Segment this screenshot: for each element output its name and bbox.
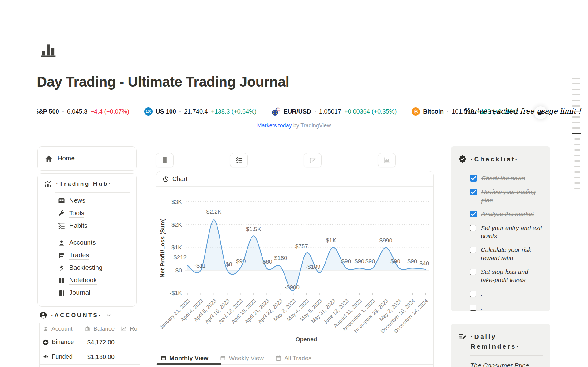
toolbar-button-area-chart[interactable] bbox=[378, 153, 396, 167]
attribution-text: by TradingView bbox=[292, 122, 331, 129]
markets-today-link[interactable]: Markets today bbox=[257, 122, 292, 129]
sidebar-item-notebook[interactable]: Notebook bbox=[58, 276, 130, 285]
data-label: $990 bbox=[379, 237, 392, 244]
account-cell[interactable]: Binance bbox=[40, 335, 77, 350]
daily-reminders-header: ·Daily Reminders· bbox=[458, 332, 543, 351]
account-name-link[interactable]: Funded bbox=[52, 353, 73, 361]
outline-dash[interactable] bbox=[572, 116, 580, 118]
accounts-section-header[interactable]: ·ACCOUNTS· bbox=[39, 311, 111, 319]
roi-column-header[interactable]: Roi bbox=[118, 323, 139, 335]
checkbox-unchecked[interactable] bbox=[470, 225, 476, 231]
checkbox-checked[interactable] bbox=[470, 211, 477, 217]
ticker-change: +138.3 (+0.64%) bbox=[211, 108, 257, 115]
outline-dash[interactable] bbox=[572, 127, 580, 129]
checkbox-checked[interactable] bbox=[470, 175, 477, 182]
calendar-icon bbox=[220, 355, 226, 361]
data-label: $1.5K bbox=[246, 226, 261, 232]
seal-check-icon bbox=[458, 155, 467, 163]
checklist-item-label: . bbox=[481, 290, 483, 298]
hub-group: NewsToolsHabits bbox=[58, 197, 130, 230]
ticker-value: 21,740.4 bbox=[184, 108, 208, 115]
toolbar-button-compose[interactable] bbox=[304, 153, 322, 167]
checkbox-unchecked[interactable] bbox=[470, 291, 476, 297]
sidebar-item-trades[interactable]: Trades bbox=[58, 251, 130, 260]
checklist-item: Set stop-loss and take-profit levels bbox=[470, 268, 543, 284]
checkbox-unchecked[interactable] bbox=[470, 247, 476, 253]
outline-dash[interactable] bbox=[572, 78, 580, 79]
outline-dash[interactable] bbox=[572, 94, 580, 95]
column-label: Roi bbox=[130, 325, 139, 332]
accounts-table: AccountBalanceRoiBinance$4,172.00Funded$… bbox=[39, 323, 140, 367]
outline-dash[interactable] bbox=[574, 188, 580, 189]
profit-loss-chart: $3K$2K$1K$0-$1KJanuary 31, 2023April 4, … bbox=[156, 187, 434, 358]
daily-reminders-title: ·Daily Reminders· bbox=[471, 332, 543, 351]
outline-dash[interactable] bbox=[574, 160, 580, 162]
outline-dash[interactable] bbox=[572, 122, 580, 123]
data-label: $90 bbox=[355, 258, 364, 264]
account-name-link[interactable]: Binance bbox=[52, 339, 74, 346]
tab-monthly-view[interactable]: Monthly View bbox=[160, 355, 208, 362]
sidebar-item-backtesting[interactable]: Backtesting bbox=[58, 264, 130, 272]
outline-dash[interactable] bbox=[572, 89, 580, 90]
checklist-item: Calculate your risk-reward ratio bbox=[470, 246, 543, 262]
account-cell[interactable]: Funded bbox=[40, 350, 77, 364]
roi-icon bbox=[121, 326, 127, 332]
bitcoin-icon: ₿ bbox=[412, 107, 420, 116]
ticker-separator-dot bbox=[447, 111, 448, 112]
calendar-icon bbox=[275, 355, 281, 361]
account-cell[interactable] bbox=[40, 365, 77, 367]
outline-dash[interactable] bbox=[574, 144, 580, 145]
sidebar-item-home[interactable]: Home bbox=[58, 155, 75, 163]
outline-dash[interactable] bbox=[572, 83, 580, 84]
outline-dash[interactable] bbox=[574, 177, 580, 178]
tab-weekly-view[interactable]: Weekly View bbox=[220, 355, 264, 362]
checkbox-checked[interactable] bbox=[470, 189, 477, 195]
sidebar-item-habits[interactable]: Habits bbox=[58, 222, 130, 230]
outline-dash[interactable] bbox=[574, 182, 580, 184]
outline-dash[interactable] bbox=[574, 149, 580, 151]
sidebar-item-journal[interactable]: Journal bbox=[58, 289, 130, 297]
outline-dash[interactable] bbox=[572, 133, 581, 134]
y-tick-label: $1K bbox=[172, 244, 182, 251]
sidebar-item-news[interactable]: News bbox=[58, 197, 130, 205]
checkbox-unchecked[interactable] bbox=[470, 305, 476, 311]
hub-divider bbox=[55, 192, 130, 193]
ticker-item-s-p-500[interactable]: S&P 5006,045.8−4.4 (−0.07%) bbox=[37, 108, 129, 115]
balance-column-header[interactable]: Balance bbox=[77, 323, 118, 335]
toolbar-button-checklist[interactable] bbox=[230, 153, 248, 167]
sidebar-item-accounts[interactable]: Accounts bbox=[58, 239, 130, 247]
tab-all-trades[interactable]: All Trades bbox=[275, 355, 311, 362]
table-row-funded[interactable]: Funded$1,180.00 bbox=[40, 350, 140, 365]
outline-dash[interactable] bbox=[574, 171, 580, 173]
checklist-icon bbox=[58, 222, 65, 230]
outline-dash[interactable] bbox=[572, 105, 580, 107]
eurusd-flags-icon bbox=[272, 107, 281, 116]
outline-dash[interactable] bbox=[574, 138, 580, 140]
ticker-symbol: US 100 bbox=[156, 108, 176, 115]
checklist-items: Check the newsReview your trading planAn… bbox=[470, 174, 543, 311]
roi-cell bbox=[118, 365, 139, 367]
tab-label: Monthly View bbox=[169, 355, 208, 362]
sidebar-item-label: Backtesting bbox=[69, 264, 103, 272]
data-label: $2.2K bbox=[206, 208, 222, 215]
area-chart-icon bbox=[383, 156, 391, 164]
outline-dash[interactable] bbox=[572, 100, 580, 101]
chevron-down-icon[interactable] bbox=[106, 313, 111, 318]
data-label: $757 bbox=[295, 243, 308, 249]
table-row-binance[interactable]: Binance$4,172.00 bbox=[40, 335, 140, 350]
sidebar-item-tools[interactable]: Tools bbox=[58, 209, 130, 218]
toolbar-button-book[interactable] bbox=[156, 153, 174, 167]
ticker-item-eur-usd[interactable]: EUR/USD1.05017+0.00364 (+0.35%) bbox=[272, 107, 397, 116]
account-column-header[interactable]: Account bbox=[40, 323, 77, 335]
ticker-separator-dot bbox=[179, 111, 181, 112]
ticker-separator-dot bbox=[315, 111, 316, 112]
trading-hub-items: NewsToolsHabitsAccountsTradesBacktesting… bbox=[44, 192, 130, 297]
view-tabs: Monthly ViewWeekly ViewAll Trades bbox=[160, 353, 311, 364]
ticker-item-us-100[interactable]: 100US 10021,740.4+138.3 (+0.64%) bbox=[144, 107, 257, 116]
outline-dash[interactable] bbox=[574, 155, 580, 156]
divider bbox=[470, 168, 543, 169]
checkbox-unchecked[interactable] bbox=[470, 269, 476, 275]
ticker-separator-dot bbox=[62, 111, 64, 112]
table-row-item[interactable]: $900.00 bbox=[40, 365, 140, 367]
outline-dash[interactable] bbox=[574, 166, 580, 167]
